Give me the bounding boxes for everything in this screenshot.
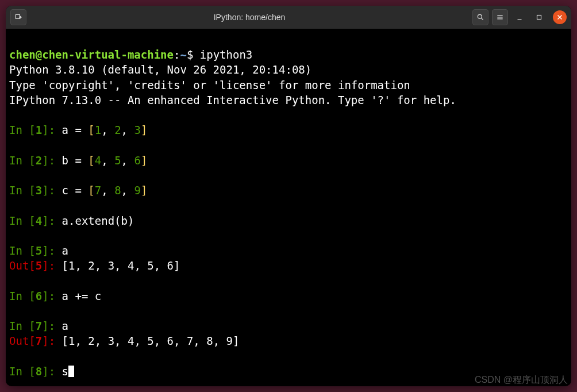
shell-command: ipython3 xyxy=(200,48,253,61)
in-label: In xyxy=(9,244,29,257)
svg-rect-0 xyxy=(16,14,20,18)
svg-point-3 xyxy=(478,14,482,18)
cell-code: a.extend(b) xyxy=(62,214,134,227)
in-label: In xyxy=(9,290,29,302)
maximize-button[interactable] xyxy=(531,9,547,25)
cell-code: a xyxy=(62,244,68,257)
out-label: Out xyxy=(9,259,29,272)
shell-cwd: ~ xyxy=(180,48,186,61)
in-label: In xyxy=(9,124,29,136)
cell-num: 6 xyxy=(36,290,42,302)
list-open: [ xyxy=(88,124,94,136)
cell-num: 3 xyxy=(36,184,42,197)
shell-user-host: chen@chen-virtual-machine xyxy=(9,48,174,61)
cell-code: a += c xyxy=(62,290,102,302)
cell-num: 7 xyxy=(36,320,42,332)
window-titlebar: IPython: home/chen xyxy=(6,6,571,29)
cell-num: 4 xyxy=(36,214,42,227)
list-val: 1 xyxy=(95,124,101,136)
banner-line: Python 3.8.10 (default, Nov 26 2021, 20:… xyxy=(9,63,311,76)
terminal-window: IPython: home/chen chen@chen-virtual-mac… xyxy=(6,6,571,386)
dollar: $ xyxy=(187,48,200,61)
cell-num: 8 xyxy=(36,365,42,378)
out-num: 7 xyxy=(36,335,42,347)
terminal-body[interactable]: chen@chen-virtual-machine:~$ ipython3 Py… xyxy=(6,29,571,382)
in-label: In xyxy=(9,320,29,332)
out-num: 5 xyxy=(36,259,42,272)
search-button[interactable] xyxy=(472,9,488,25)
cell-code: a xyxy=(62,320,68,332)
close-button[interactable] xyxy=(553,10,567,24)
in-label: In xyxy=(9,154,29,167)
cell-num: 5 xyxy=(36,244,42,257)
cell-code: s xyxy=(62,365,68,378)
list-val: 3 xyxy=(134,124,140,136)
rbr: ] xyxy=(42,124,48,136)
list-val: 2 xyxy=(114,124,121,136)
banner-line: Type 'copyright', 'credits' or 'license'… xyxy=(9,79,410,91)
menu-button[interactable] xyxy=(492,9,508,25)
out-label: Out xyxy=(9,335,29,347)
cell-code: c = xyxy=(62,184,89,197)
cell-out: [1, 2, 3, 4, 5, 6, 7, 8, 9] xyxy=(62,335,240,347)
cell-code: a = xyxy=(62,124,89,136)
window-title: IPython: home/chen xyxy=(26,13,472,22)
svg-line-4 xyxy=(482,18,483,20)
cell-code: b = xyxy=(62,154,89,167)
list-close: ] xyxy=(141,124,147,136)
cell-num: 2 xyxy=(36,154,42,167)
in-label: In xyxy=(9,184,29,197)
cell-num: 1 xyxy=(36,124,42,136)
banner-line: IPython 7.13.0 -- An enhanced Interactiv… xyxy=(9,94,456,106)
cell-out: [1, 2, 3, 4, 5, 6] xyxy=(62,259,180,272)
minimize-button[interactable] xyxy=(511,9,528,25)
colon: : xyxy=(174,48,180,61)
lbr: [ xyxy=(29,124,35,136)
colon: : xyxy=(49,124,62,136)
svg-rect-9 xyxy=(537,16,541,20)
text-cursor xyxy=(68,366,74,377)
new-tab-button[interactable] xyxy=(10,9,26,25)
in-label: In xyxy=(9,214,29,227)
in-label: In xyxy=(9,365,29,378)
